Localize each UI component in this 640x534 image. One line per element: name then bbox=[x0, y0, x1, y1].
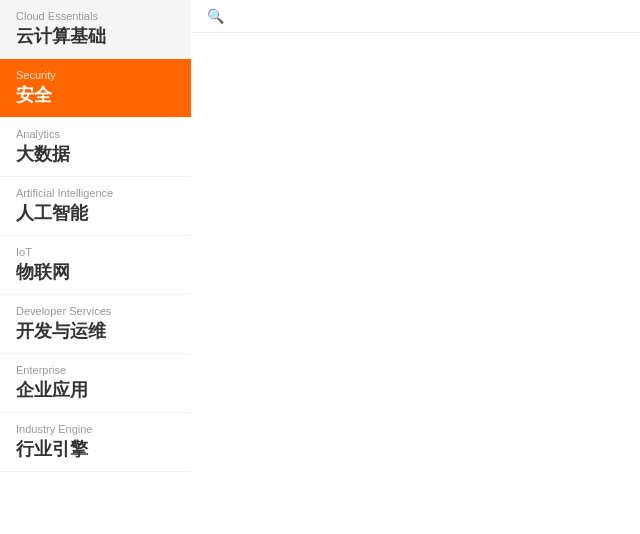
sidebar-item-ai[interactable]: Artificial Intelligence人工智能 bbox=[0, 177, 191, 236]
sidebar-en-label: Artificial Intelligence bbox=[16, 187, 175, 199]
sidebar-zh-label: 开发与运维 bbox=[16, 319, 175, 343]
sidebar-en-label: Enterprise bbox=[16, 364, 175, 376]
sidebar-item-developer[interactable]: Developer Services开发与运维 bbox=[0, 295, 191, 354]
sidebar-zh-label: 安全 bbox=[16, 83, 175, 107]
sidebar-zh-label: 人工智能 bbox=[16, 201, 175, 225]
sidebar-item-security[interactable]: Security安全 bbox=[0, 59, 191, 118]
sidebar-item-analytics[interactable]: Analytics大数据 bbox=[0, 118, 191, 177]
sidebar-zh-label: 大数据 bbox=[16, 142, 175, 166]
sidebar-en-label: IoT bbox=[16, 246, 175, 258]
sidebar: Cloud Essentials云计算基础Security安全Analytics… bbox=[0, 0, 191, 534]
sidebar-en-label: Security bbox=[16, 69, 175, 81]
sidebar-en-label: Analytics bbox=[16, 128, 175, 140]
main-content: 🔍 bbox=[191, 0, 640, 534]
sidebar-en-label: Developer Services bbox=[16, 305, 175, 317]
search-bar: 🔍 bbox=[191, 0, 640, 33]
left-column bbox=[191, 33, 416, 518]
sidebar-en-label: Cloud Essentials bbox=[16, 10, 175, 22]
sidebar-zh-label: 行业引擎 bbox=[16, 437, 175, 461]
sidebar-item-industry[interactable]: Industry Engine行业引擎 bbox=[0, 413, 191, 472]
sidebar-zh-label: 企业应用 bbox=[16, 378, 175, 402]
sidebar-item-iot[interactable]: IoT物联网 bbox=[0, 236, 191, 295]
right-column bbox=[416, 33, 641, 518]
sidebar-zh-label: 云计算基础 bbox=[16, 24, 175, 48]
sidebar-zh-label: 物联网 bbox=[16, 260, 175, 284]
search-input[interactable] bbox=[230, 8, 624, 24]
sidebar-item-cloud-essentials[interactable]: Cloud Essentials云计算基础 bbox=[0, 0, 191, 59]
sidebar-item-enterprise[interactable]: Enterprise企业应用 bbox=[0, 354, 191, 413]
sidebar-en-label: Industry Engine bbox=[16, 423, 175, 435]
search-icon: 🔍 bbox=[207, 8, 224, 24]
product-area bbox=[191, 33, 640, 534]
